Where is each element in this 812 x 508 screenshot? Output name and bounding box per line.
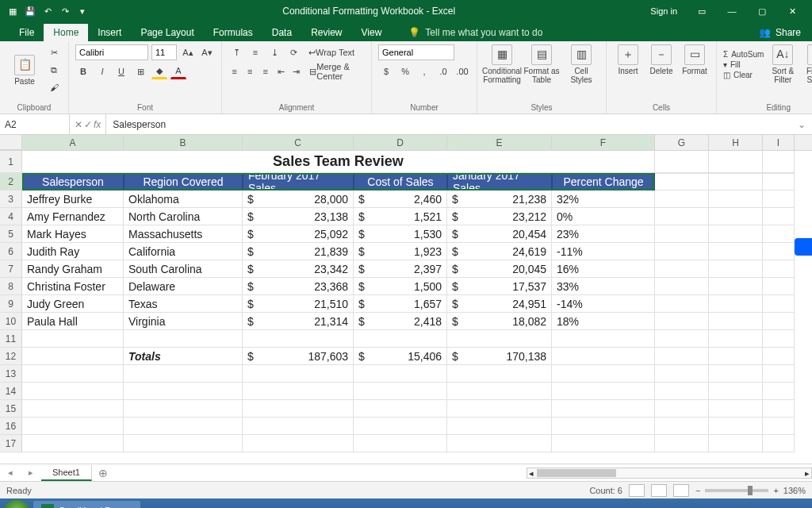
- cell[interactable]: [763, 151, 795, 173]
- cell[interactable]: [655, 260, 709, 278]
- cell[interactable]: Judith Ray: [22, 243, 124, 260]
- cell[interactable]: Amy Fernandez: [22, 208, 124, 225]
- cell[interactable]: [763, 348, 795, 365]
- tab-file[interactable]: File: [10, 24, 44, 41]
- expand-formula-icon[interactable]: ⌄: [791, 119, 812, 130]
- cell[interactable]: [655, 278, 709, 295]
- share-button[interactable]: 👥Share: [748, 24, 812, 41]
- cell[interactable]: Cost of Sales: [354, 173, 447, 190]
- row-header[interactable]: 5: [0, 225, 22, 243]
- zoom-out-icon[interactable]: −: [695, 486, 700, 495]
- row-header[interactable]: 17: [0, 435, 22, 452]
- cell[interactable]: [655, 400, 709, 418]
- percent-icon[interactable]: %: [397, 64, 413, 79]
- dropbox-badge-icon[interactable]: [795, 238, 812, 256]
- cut-icon[interactable]: ✂: [46, 44, 62, 60]
- cell[interactable]: [124, 383, 243, 400]
- cell[interactable]: $21,839: [243, 243, 354, 260]
- redo-icon[interactable]: ↷: [59, 5, 71, 17]
- cell[interactable]: [655, 383, 709, 400]
- cell[interactable]: North Carolina: [124, 208, 243, 225]
- cell[interactable]: $2,418: [354, 313, 447, 330]
- paste-button[interactable]: 📋Paste: [6, 55, 43, 86]
- cell[interactable]: Salesperson: [22, 173, 124, 190]
- col-header-I[interactable]: I: [763, 135, 795, 150]
- cell[interactable]: $20,454: [447, 225, 552, 243]
- sheet-nav-prev-icon[interactable]: ◂: [0, 468, 21, 478]
- col-header-G[interactable]: G: [655, 135, 709, 150]
- cell[interactable]: [124, 400, 243, 418]
- cell[interactable]: [709, 365, 763, 383]
- cell[interactable]: [447, 435, 552, 452]
- minimize-icon[interactable]: —: [718, 3, 745, 19]
- format-cells-button[interactable]: ▭Format: [680, 44, 710, 75]
- cell[interactable]: $2,460: [354, 190, 447, 208]
- italic-icon[interactable]: I: [94, 64, 110, 79]
- cell[interactable]: -14%: [552, 295, 655, 313]
- cell[interactable]: $187,603: [243, 348, 354, 365]
- cell[interactable]: February 2017 Sales: [243, 173, 354, 190]
- cell[interactable]: [243, 435, 354, 452]
- cell[interactable]: [655, 418, 709, 435]
- cell[interactable]: January 2017 Sales: [447, 173, 552, 190]
- bold-icon[interactable]: B: [75, 64, 91, 79]
- row-header[interactable]: 13: [0, 365, 22, 383]
- align-left-icon[interactable]: ≡: [228, 64, 240, 79]
- cell[interactable]: [243, 330, 354, 348]
- tab-insert[interactable]: Insert: [88, 24, 131, 41]
- cell[interactable]: [22, 435, 124, 452]
- view-pagelayout-icon[interactable]: [651, 484, 667, 497]
- cell[interactable]: [763, 173, 795, 190]
- cells-area[interactable]: Sales Team ReviewSalespersonRegion Cover…: [22, 151, 812, 464]
- cell[interactable]: Randy Graham: [22, 260, 124, 278]
- tab-review[interactable]: Review: [301, 24, 351, 41]
- cell[interactable]: [655, 295, 709, 313]
- cell[interactable]: [763, 190, 795, 208]
- cell[interactable]: [709, 278, 763, 295]
- row-header[interactable]: 8: [0, 278, 22, 295]
- taskbar-app[interactable]: XConditional Form...: [33, 501, 140, 508]
- font-size[interactable]: [151, 44, 177, 60]
- col-header-E[interactable]: E: [447, 135, 552, 150]
- cell[interactable]: [763, 295, 795, 313]
- cell[interactable]: [655, 330, 709, 348]
- cell[interactable]: 23%: [552, 225, 655, 243]
- close-icon[interactable]: ✕: [779, 3, 806, 19]
- qat-more-icon[interactable]: ▾: [76, 5, 89, 17]
- cell[interactable]: [763, 260, 795, 278]
- cell[interactable]: Mark Hayes: [22, 225, 124, 243]
- wrap-text-button[interactable]: ↩ Wrap Text: [304, 44, 358, 60]
- cell[interactable]: 16%: [552, 260, 655, 278]
- cell[interactable]: [763, 313, 795, 330]
- cell[interactable]: $1,500: [354, 278, 447, 295]
- cell[interactable]: [22, 348, 124, 365]
- cell[interactable]: $23,368: [243, 278, 354, 295]
- cell[interactable]: [22, 330, 124, 348]
- formula-input[interactable]: Salesperson: [106, 119, 791, 130]
- dec-decimal-icon[interactable]: .00: [454, 64, 470, 79]
- comma-icon[interactable]: ,: [416, 64, 432, 79]
- align-middle-icon[interactable]: ≡: [247, 44, 263, 60]
- cell[interactable]: [22, 418, 124, 435]
- inc-decimal-icon[interactable]: .0: [435, 64, 451, 79]
- row-header[interactable]: 3: [0, 190, 22, 208]
- cell[interactable]: [763, 208, 795, 225]
- currency-icon[interactable]: $: [378, 64, 394, 79]
- cell[interactable]: Paula Hall: [22, 313, 124, 330]
- cell[interactable]: [763, 330, 795, 348]
- cell[interactable]: [447, 400, 552, 418]
- insert-cells-button[interactable]: ＋Insert: [613, 44, 643, 75]
- cell[interactable]: [709, 190, 763, 208]
- cell[interactable]: [709, 435, 763, 452]
- row-header[interactable]: 16: [0, 418, 22, 435]
- signin-link[interactable]: Sign in: [642, 3, 685, 19]
- name-box[interactable]: A2: [0, 114, 70, 134]
- border-icon[interactable]: ⊞: [132, 64, 148, 79]
- cell[interactable]: Christina Foster: [22, 278, 124, 295]
- cell[interactable]: $20,045: [447, 260, 552, 278]
- col-header-A[interactable]: A: [22, 135, 124, 150]
- cell[interactable]: $2,397: [354, 260, 447, 278]
- cell[interactable]: [124, 418, 243, 435]
- autosum-button[interactable]: Σ AutoSum: [723, 50, 764, 59]
- cell[interactable]: [552, 365, 655, 383]
